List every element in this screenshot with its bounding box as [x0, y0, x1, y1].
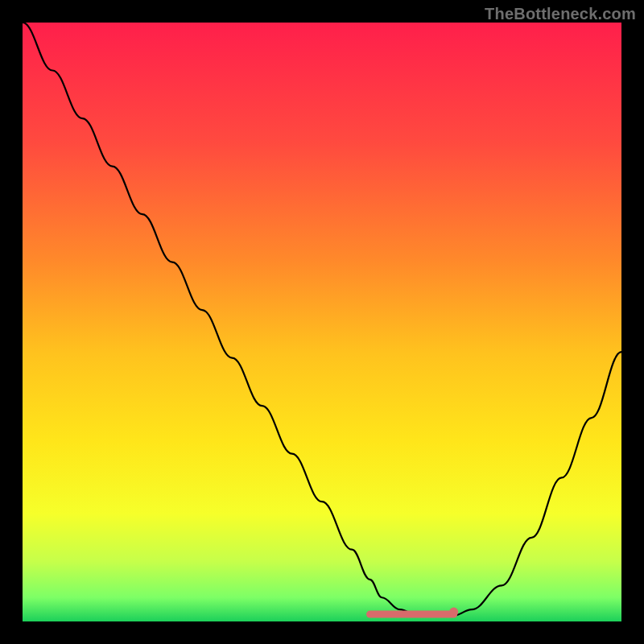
- chart-frame: TheBottleneck.com: [0, 0, 644, 644]
- watermark-text: TheBottleneck.com: [485, 5, 636, 23]
- chart-svg: [23, 23, 621, 621]
- optimal-range-end-dot: [449, 608, 458, 617]
- plot-area: [23, 23, 621, 621]
- gradient-background: [23, 23, 621, 621]
